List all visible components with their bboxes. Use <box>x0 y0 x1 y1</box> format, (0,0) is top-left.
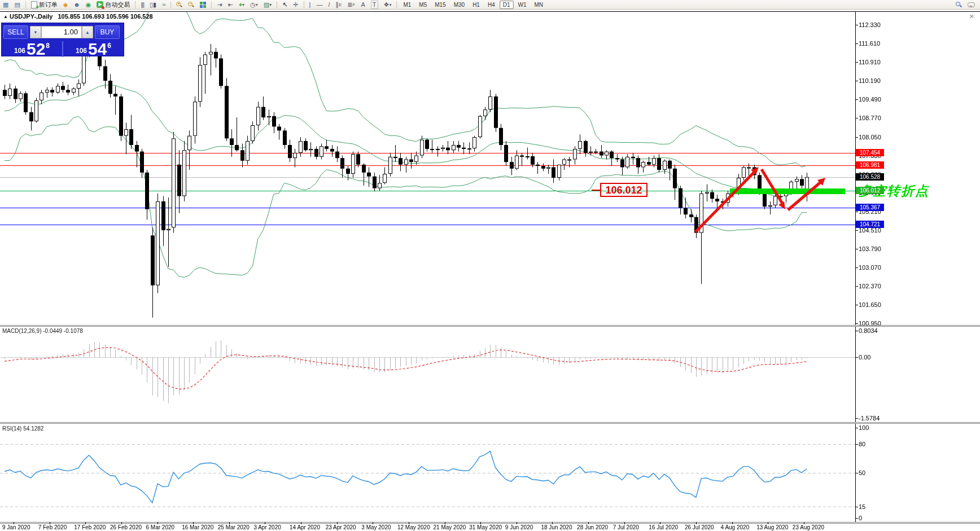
chart-title: ▲ USDJPY-,Daily 105.855 106.693 105.596 … <box>3 13 153 20</box>
sell-button[interactable]: SELL <box>3 25 28 39</box>
rsi-axis-tick: 0 <box>859 515 862 521</box>
volume-up-stepper[interactable]: ▲ <box>82 26 93 38</box>
price-tag-106.528: 106.528 <box>856 173 884 181</box>
y-axis-tick: 101.650 <box>859 301 881 308</box>
rsi-axis-tick: 15 <box>859 503 865 510</box>
y-axis-tick: 108.770 <box>859 115 881 121</box>
rsi-axis-tick: 100 <box>859 424 869 431</box>
y-axis-tick: 103.070 <box>859 264 881 271</box>
macd-axis-tick: 0.8034 <box>859 327 878 334</box>
x-axis-date: 4 Aug 2020 <box>721 524 750 530</box>
x-axis-date: 17 Feb 2020 <box>74 524 106 530</box>
buy-price-big: 54 <box>88 42 107 56</box>
x-axis-date: 16 Jul 2020 <box>649 524 678 530</box>
up-trend-arrow-2[interactable] <box>788 178 825 210</box>
x-axis-date: 28 Jun 2020 <box>577 524 608 530</box>
x-axis-date: 23 Aug 2020 <box>793 524 824 530</box>
buy-button[interactable]: BUY <box>95 25 120 39</box>
ohlc-values: 105.855 106.693 105.596 106.528 <box>58 13 152 20</box>
price-tag-106.012: 106.012 <box>856 187 884 194</box>
price-tag-105.367: 105.367 <box>856 204 884 211</box>
buy-price-handle: 106 <box>76 47 87 55</box>
sell-price-handle: 106 <box>14 47 25 55</box>
x-axis-date: 16 Mar 2020 <box>182 524 213 530</box>
x-axis-date: 9 Jan 2020 <box>2 524 30 530</box>
pivot-price-label[interactable]: 106.012 <box>600 183 648 197</box>
macd-axis-tick: 0.00 <box>859 354 870 361</box>
price-label-leader <box>592 190 600 191</box>
x-axis-date: 7 Jul 2020 <box>613 524 639 530</box>
mt4-application: ▦ ▤ + 新订单 ◆ ☻ ◉ ▶ 自动交易 ||| ▯▮ ≈ + − ⇥ ⇤ … <box>0 0 980 531</box>
price-tag-104.721: 104.721 <box>856 221 884 228</box>
x-axis-date: 7 Feb 2020 <box>38 524 67 530</box>
sell-price[interactable]: 106 52 8 <box>2 41 63 57</box>
sell-price-big: 52 <box>27 42 45 56</box>
rsi-label: RSI(14) 54.1282 <box>2 425 43 432</box>
rsi-axis-tick: 80 <box>859 441 865 447</box>
macd-axis-tick: -1.5784 <box>859 415 880 422</box>
x-axis-date: 3 May 2020 <box>361 524 391 530</box>
x-axis-date: 23 Apr 2020 <box>326 524 356 530</box>
price-tag-106.981: 106.981 <box>856 161 884 169</box>
y-axis-tick: 100.950 <box>859 320 881 327</box>
x-axis-date: 26 Feb 2020 <box>110 524 142 530</box>
one-click-trading-panel: SELL ▼ 1.00 ▲ BUY 106 52 8 106 54 6 <box>1 23 124 56</box>
x-axis-date: 12 May 2020 <box>397 524 430 530</box>
x-axis-date: 6 Mar 2020 <box>146 524 175 530</box>
up-trend-arrow-1[interactable] <box>695 167 759 232</box>
x-axis-date: 13 Aug 2020 <box>756 524 788 530</box>
y-axis-tick: 110.190 <box>859 77 881 84</box>
one-click-collapse-icon[interactable]: ▲ <box>3 14 8 19</box>
y-axis-tick: 109.490 <box>859 96 881 103</box>
x-axis-date: 31 May 2020 <box>469 524 502 530</box>
sell-price-pip: 8 <box>46 42 50 50</box>
symbol-period-label: USDJPY-,Daily <box>10 13 53 20</box>
x-axis-date: 3 Apr 2020 <box>253 524 281 530</box>
y-axis-tick: 102.370 <box>859 283 881 289</box>
x-axis-date: 14 Apr 2020 <box>290 524 320 530</box>
buy-price[interactable]: 106 54 6 <box>63 41 124 57</box>
y-axis-tick: 110.910 <box>859 59 881 65</box>
y-axis-tick: 103.790 <box>859 245 881 252</box>
volume-input[interactable]: 1.00 <box>41 26 82 38</box>
x-axis-date: 21 May 2020 <box>434 524 466 530</box>
macd-label: MACD(12,26,9) -0.0449 -0.1078 <box>2 328 83 334</box>
buy-price-pip: 6 <box>107 42 111 50</box>
down-trend-arrow[interactable] <box>762 169 785 209</box>
y-axis-tick: 111.610 <box>859 40 880 47</box>
x-axis-date: 25 Mar 2020 <box>218 524 250 530</box>
rsi-axis-tick: 50 <box>859 469 865 476</box>
y-axis-tick: 108.050 <box>859 134 881 141</box>
x-axis-date: 9 Jun 2020 <box>505 524 533 530</box>
y-axis-tick: 112.330 <box>859 21 881 28</box>
x-axis-date: 18 Jun 2020 <box>541 524 572 530</box>
trend-arrows-overlay <box>0 0 980 531</box>
price-tag-107.454: 107.454 <box>856 149 884 156</box>
volume-down-stepper[interactable]: ▼ <box>30 26 41 38</box>
x-axis-date: 26 Jul 2020 <box>685 524 714 530</box>
